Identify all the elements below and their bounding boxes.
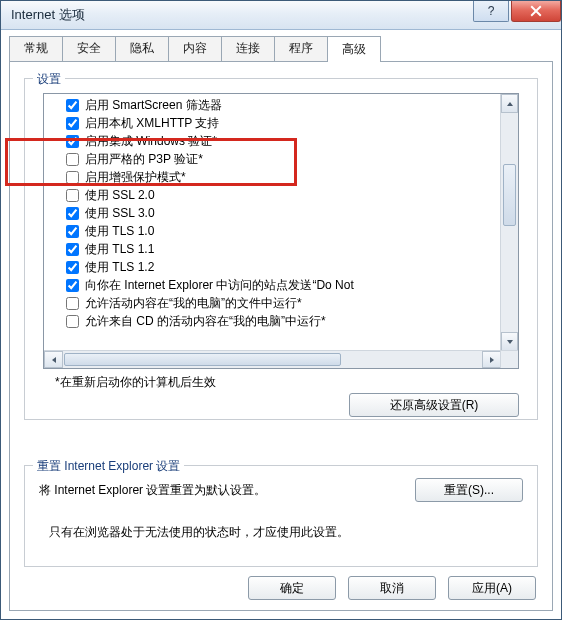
help-button[interactable]: ? [473,1,509,22]
scroll-corner [500,350,518,368]
list-item[interactable]: 启用增强保护模式* [66,168,501,186]
chevron-up-icon [506,100,514,108]
list-item[interactable]: 使用 SSL 2.0 [66,186,501,204]
tab-security[interactable]: 安全 [62,36,116,61]
list-item[interactable]: 启用严格的 P3P 验证* [66,150,501,168]
checkbox[interactable] [66,261,79,274]
list-item[interactable]: 向你在 Internet Explorer 中访问的站点发送“Do Not [66,276,501,294]
tab-content[interactable]: 内容 [168,36,222,61]
scroll-up-button[interactable] [501,94,518,113]
settings-group: 设置 启用 SmartScreen 筛选器 启用本机 XMLHTTP 支持 启用… [24,78,538,420]
settings-listbox: 启用 SmartScreen 筛选器 启用本机 XMLHTTP 支持 启用集成 … [43,93,519,369]
checkbox[interactable] [66,153,79,166]
dialog-button-row: 确定 取消 应用(A) [248,576,536,600]
tab-programs[interactable]: 程序 [274,36,328,61]
scroll-thumb[interactable] [503,164,516,226]
checkbox[interactable] [66,117,79,130]
chevron-left-icon [50,356,58,364]
list-item-label: 使用 SSL 3.0 [85,205,155,222]
restart-note: *在重新启动你的计算机后生效 [55,374,216,391]
ok-button[interactable]: 确定 [248,576,336,600]
tab-connections[interactable]: 连接 [221,36,275,61]
tab-advanced[interactable]: 高级 [327,36,381,62]
tab-privacy[interactable]: 隐私 [115,36,169,61]
tab-general[interactable]: 常规 [9,36,63,61]
checkbox[interactable] [66,315,79,328]
list-item-label: 启用增强保护模式* [85,169,186,186]
list-item-label: 使用 TLS 1.0 [85,223,154,240]
checkbox[interactable] [66,279,79,292]
reset-legend: 重置 Internet Explorer 设置 [33,458,184,475]
checkbox[interactable] [66,99,79,112]
tab-panel-advanced: 设置 启用 SmartScreen 筛选器 启用本机 XMLHTTP 支持 启用… [9,61,553,611]
list-item[interactable]: 使用 SSL 3.0 [66,204,501,222]
titlebar: Internet 选项 ? [1,1,561,30]
reset-note: 只有在浏览器处于无法使用的状态时，才应使用此设置。 [49,524,349,541]
checkbox[interactable] [66,189,79,202]
list-item-label: 使用 SSL 2.0 [85,187,155,204]
scroll-right-button[interactable] [482,351,501,368]
list-item[interactable]: 使用 TLS 1.0 [66,222,501,240]
reset-group: 重置 Internet Explorer 设置 将 Internet Explo… [24,465,538,567]
close-icon [530,5,542,17]
list-item-label: 启用严格的 P3P 验证* [85,151,203,168]
window-buttons: ? [473,1,561,29]
checkbox[interactable] [66,135,79,148]
list-item-label: 向你在 Internet Explorer 中访问的站点发送“Do Not [85,277,354,294]
list-item[interactable]: 启用集成 Windows 验证* [66,132,501,150]
list-item-label: 启用集成 Windows 验证* [85,133,217,150]
close-button[interactable] [511,1,561,22]
chevron-right-icon [488,356,496,364]
help-icon: ? [488,4,495,18]
checkbox[interactable] [66,243,79,256]
scroll-down-button[interactable] [501,332,518,351]
scroll-left-button[interactable] [44,351,63,368]
vertical-scrollbar[interactable] [500,94,518,351]
list-item[interactable]: 允许活动内容在“我的电脑”的文件中运行* [66,294,501,312]
list-item[interactable]: 使用 TLS 1.2 [66,258,501,276]
apply-button[interactable]: 应用(A) [448,576,536,600]
list-item[interactable]: 允许来自 CD 的活动内容在“我的电脑”中运行* [66,312,501,330]
list-item-label: 使用 TLS 1.1 [85,241,154,258]
list-item-label: 使用 TLS 1.2 [85,259,154,276]
list-item-label: 启用 SmartScreen 筛选器 [85,97,222,114]
chevron-down-icon [506,338,514,346]
checkbox[interactable] [66,297,79,310]
internet-options-dialog: Internet 选项 ? 常规 安全 隐私 内容 连接 程序 高级 设置 [0,0,562,620]
list-item[interactable]: 启用 SmartScreen 筛选器 [66,96,501,114]
reset-button[interactable]: 重置(S)... [415,478,523,502]
tab-strip: 常规 安全 隐私 内容 连接 程序 高级 [9,37,553,61]
scroll-thumb[interactable] [64,353,341,366]
list-item-label: 启用本机 XMLHTTP 支持 [85,115,219,132]
list-item[interactable]: 启用本机 XMLHTTP 支持 [66,114,501,132]
cancel-button[interactable]: 取消 [348,576,436,600]
checkbox[interactable] [66,225,79,238]
list-item-label: 允许来自 CD 的活动内容在“我的电脑”中运行* [85,313,326,330]
list-item-label: 允许活动内容在“我的电脑”的文件中运行* [85,295,302,312]
settings-legend: 设置 [33,71,65,88]
horizontal-scrollbar[interactable] [44,350,501,368]
checkbox[interactable] [66,171,79,184]
window-title: Internet 选项 [11,6,473,24]
restore-advanced-button[interactable]: 还原高级设置(R) [349,393,519,417]
reset-description: 将 Internet Explorer 设置重置为默认设置。 [39,482,266,499]
checkbox[interactable] [66,207,79,220]
settings-list[interactable]: 启用 SmartScreen 筛选器 启用本机 XMLHTTP 支持 启用集成 … [44,94,501,351]
list-item[interactable]: 使用 TLS 1.1 [66,240,501,258]
client-area: 常规 安全 隐私 内容 连接 程序 高级 设置 启用 SmartScreen 筛… [9,37,553,611]
